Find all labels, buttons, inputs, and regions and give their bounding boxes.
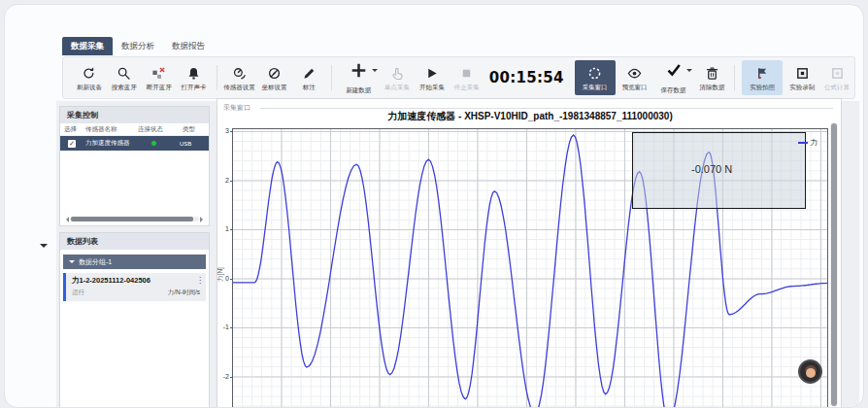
- trash-icon: [705, 65, 719, 81]
- column-sensor-name: 传感器名称: [85, 125, 138, 134]
- data-group-label: 数据分组-1: [79, 257, 112, 267]
- data-group-header[interactable]: 数据分组-1: [63, 255, 206, 269]
- y-tick: 2: [217, 177, 229, 184]
- assistant-avatar-button[interactable]: [798, 359, 822, 384]
- sensor-settings-button[interactable]: 传感器设置: [222, 57, 257, 98]
- search-bluetooth-button[interactable]: 搜索蓝牙: [107, 57, 142, 98]
- chart-title: 力加速度传感器 - XHSP-V10HID_path_-1981348857_1…: [232, 110, 828, 123]
- refresh-icon: [82, 65, 96, 81]
- experiment-record-button[interactable]: 实验录制: [785, 57, 819, 98]
- record-frame-icon: [795, 65, 810, 81]
- save-data-menu-caret[interactable]: [686, 69, 692, 75]
- search-bluetooth-icon: [117, 65, 131, 81]
- scroll-right-arrow-icon[interactable]: [200, 217, 206, 222]
- toolbar-separator: [217, 65, 217, 90]
- eye-icon: [627, 65, 642, 81]
- capture-window-button[interactable]: 采集窗口: [575, 60, 616, 95]
- bluetooth-disconnect-icon: [151, 65, 166, 81]
- sensor-table-header: 选择 传感器名称 连接状态 类型: [60, 123, 209, 136]
- y-axis-label: 力[N]: [217, 267, 225, 282]
- y-tick: 3: [217, 127, 229, 134]
- sensor-gauge-icon: [232, 65, 247, 81]
- annotate-button[interactable]: 标注: [291, 57, 326, 98]
- open-soundcard-button[interactable]: 打开声卡: [177, 57, 212, 98]
- data-item-state: 运行: [72, 289, 84, 297]
- waveform-plot-area[interactable]: -0.070 N 力: [232, 128, 828, 408]
- save-data-button[interactable]: 保存数据: [652, 57, 695, 98]
- stop-capture-button[interactable]: 停止采集: [450, 57, 484, 98]
- groupbox-line: [260, 108, 833, 109]
- data-list-item[interactable]: 力1-2-20251112-042506 运行 力/N-时间/s ⋮: [63, 273, 206, 301]
- start-capture-button[interactable]: 开始采集: [415, 57, 450, 98]
- data-item-axes: 力/N-时间/s: [168, 289, 200, 297]
- collection-control-panel: 采集控制 选择 传感器名称 连接状态 类型 ✓ 力加速度传感器 USB: [59, 106, 210, 226]
- disconnect-bluetooth-button[interactable]: 断开蓝牙: [142, 57, 177, 98]
- axis-settings-button[interactable]: 坐标设置: [256, 57, 291, 98]
- scroll-left-arrow-icon[interactable]: [63, 217, 69, 222]
- new-data-button[interactable]: 新建数据: [337, 57, 380, 98]
- avatar-face: [806, 368, 816, 378]
- refresh-device-button[interactable]: 刷新设备: [72, 57, 107, 98]
- legend-series-label: 力: [811, 138, 818, 148]
- chart-legend: 力: [798, 138, 818, 148]
- single-point-capture-button[interactable]: 单点采集: [380, 57, 415, 98]
- data-item-title: 力1-2-20251112-042506: [72, 276, 200, 286]
- sensor-table-hscrollbar[interactable]: [63, 216, 206, 222]
- hscrollbar-thumb[interactable]: [71, 217, 193, 221]
- column-type: 类型: [183, 125, 206, 134]
- dashed-circle-icon: [587, 65, 602, 81]
- toolbar-separator: [331, 65, 332, 90]
- bell-icon: [186, 65, 201, 81]
- data-panel-title: 数据列表: [60, 233, 209, 250]
- legend-line-swatch: [798, 142, 808, 144]
- sidebar-collapse-handle[interactable]: [40, 244, 48, 252]
- experiment-photo-button[interactable]: 实验拍照: [742, 60, 783, 95]
- hand-point-icon: [390, 65, 405, 81]
- formula-calc-button[interactable]: 公式计算: [819, 57, 854, 98]
- play-icon: [424, 65, 439, 81]
- vscrollbar-thumb[interactable]: [831, 123, 837, 406]
- tab-data-report[interactable]: 数据报告: [163, 37, 214, 55]
- y-tick: -2: [217, 373, 229, 380]
- column-connection-status: 连接状态: [138, 125, 183, 134]
- preview-window-button[interactable]: 预览窗口: [618, 57, 652, 98]
- toolbar-separator: [734, 65, 735, 90]
- tab-data-capture[interactable]: 数据采集: [62, 37, 113, 55]
- stop-icon: [459, 65, 474, 81]
- app-window: 数据采集 数据分析 数据报告 刷新设备 搜索蓝牙 断开蓝牙: [4, 4, 864, 408]
- sensor-checkbox[interactable]: ✓: [68, 140, 76, 148]
- selection-region[interactable]: -0.070 N: [632, 132, 806, 209]
- data-list-panel: 数据列表 数据分组-1 力1-2-20251112-042506 运行 力/N-…: [59, 232, 210, 408]
- formula-frame-icon: [830, 65, 845, 81]
- new-data-menu-caret[interactable]: [372, 69, 378, 75]
- current-value-readout: -0.070 N: [691, 163, 732, 175]
- marker-pen-icon: [302, 65, 317, 81]
- main-tabbar: 数据采集 数据分析 数据报告: [62, 37, 214, 55]
- y-tick: 1: [217, 225, 229, 232]
- sensor-table-row[interactable]: ✓ 力加速度传感器 USB: [60, 136, 209, 151]
- connection-status-dot: [151, 141, 156, 146]
- chevron-down-icon: [69, 260, 75, 266]
- snapshot-flag-icon: [755, 65, 770, 81]
- clear-data-button[interactable]: 清除数据: [694, 57, 729, 98]
- collection-panel-title: 采集控制: [60, 107, 209, 123]
- capture-window-panel: 采集窗口 力加速度传感器 - XHSP-V10HID_path_-1981348…: [217, 98, 842, 408]
- chart-vscrollbar[interactable]: [830, 122, 838, 407]
- sensor-type: USB: [180, 141, 191, 147]
- tab-data-analysis[interactable]: 数据分析: [113, 37, 163, 55]
- capture-timer: 00:15:54: [489, 69, 564, 86]
- column-select: 选择: [60, 125, 85, 134]
- more-options-icon[interactable]: ⋮: [196, 277, 204, 285]
- sensor-name: 力加速度传感器: [85, 139, 138, 148]
- toolbar: 刷新设备 搜索蓝牙 断开蓝牙 打开声卡 传感器设置: [62, 56, 855, 99]
- y-tick: -1: [217, 323, 229, 330]
- compass-icon: [267, 65, 282, 81]
